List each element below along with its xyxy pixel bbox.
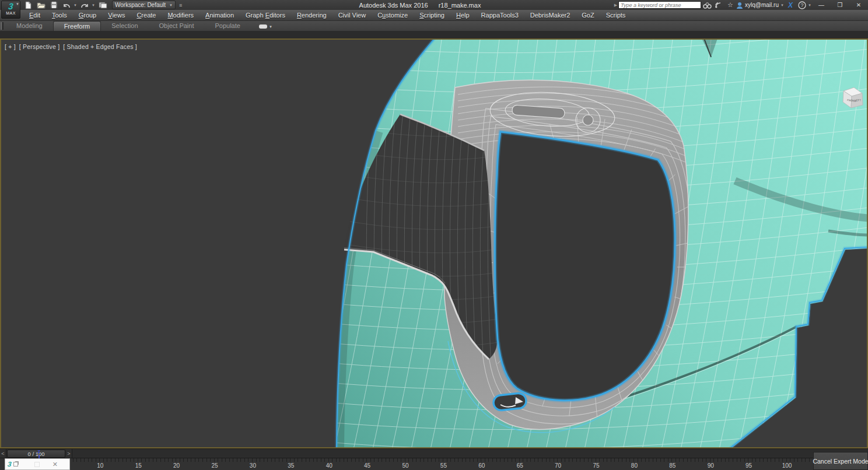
ribbon-tab-strip: ModelingFreeformSelectionObject PaintPop… bbox=[0, 21, 868, 31]
app-menu-button[interactable]: 3 MAX ▼ bbox=[1, 1, 20, 19]
next-frame-button[interactable]: > bbox=[66, 449, 72, 458]
time-slider-row: < 0 / 100 > bbox=[0, 448, 868, 458]
chevron-down-icon: ▼ bbox=[780, 3, 785, 7]
redo-arrow-icon bbox=[80, 2, 89, 9]
ribbon-tab[interactable]: Modeling bbox=[6, 21, 53, 31]
chevron-down-icon: ▼ bbox=[16, 2, 19, 6]
workspace-selector[interactable]: Workspace: Default ▼ bbox=[112, 1, 176, 9]
undo-dropdown[interactable]: ▼ bbox=[74, 3, 78, 7]
previous-frame-button[interactable]: < bbox=[0, 449, 6, 458]
minimize-button[interactable]: — bbox=[812, 0, 831, 10]
menu-item[interactable]: Scripts bbox=[600, 10, 632, 21]
ribbon-collapsed-strip bbox=[0, 31, 868, 38]
menu-item[interactable]: Group bbox=[73, 10, 103, 21]
svg-text:?: ? bbox=[800, 2, 803, 8]
menu-item[interactable]: Create bbox=[131, 10, 162, 21]
ruler-frame-number: 15 bbox=[135, 462, 142, 469]
exchange-apps-button[interactable]: X bbox=[785, 1, 796, 9]
user-icon bbox=[736, 2, 743, 9]
menu-item[interactable]: Customize bbox=[372, 10, 414, 21]
project-folder-icon bbox=[99, 1, 107, 9]
redo-dropdown[interactable]: ▼ bbox=[92, 3, 96, 7]
menu-item[interactable]: Civil View bbox=[332, 10, 372, 21]
close-button[interactable]: ✕ bbox=[849, 0, 868, 10]
menu-item[interactable]: DebrisMaker2 bbox=[524, 10, 576, 21]
title-bar: 3 MAX ▼ ▼ ▼ Workspace: Default ▼ ≡ Autod… bbox=[0, 0, 868, 10]
help-button[interactable]: ? bbox=[796, 1, 808, 9]
viewport-menu-pov[interactable]: [ Perspective ] bbox=[19, 43, 60, 50]
favorites-button[interactable]: ☆ bbox=[724, 1, 736, 9]
ribbon-minimize-button[interactable]: ▼ bbox=[259, 24, 272, 31]
ruler-frame-number: 90 bbox=[708, 462, 714, 469]
satellite-dish-icon bbox=[715, 2, 723, 9]
maximize-button[interactable]: ❒ bbox=[831, 0, 849, 10]
ruler-frame-number: 20 bbox=[173, 462, 180, 469]
ruler-frame-number: 40 bbox=[326, 462, 332, 469]
exchange-x-icon: X bbox=[788, 1, 793, 9]
app-logo-label: MAX bbox=[2, 11, 20, 16]
minimized-window-titlebar[interactable]: 3 ✕ bbox=[5, 458, 70, 470]
menu-item[interactable]: RappaTools3 bbox=[475, 10, 524, 21]
ruler-frame-number: 35 bbox=[288, 462, 294, 469]
restore-window-icon[interactable] bbox=[13, 462, 18, 467]
account-menu[interactable]: xylq@mail.ru ▼ bbox=[736, 2, 785, 9]
close-window-icon[interactable]: ✕ bbox=[52, 461, 58, 468]
workspace-label: Workspace: Default bbox=[115, 2, 166, 8]
open-file-button[interactable] bbox=[35, 1, 47, 9]
help-icon: ? bbox=[798, 1, 806, 9]
cancel-expert-mode-button[interactable]: Cancel Expert Mode bbox=[813, 452, 868, 470]
menu-bar: EditToolsGroupViewsCreateModifiersAnimat… bbox=[0, 10, 868, 21]
maximize-window-icon[interactable] bbox=[34, 462, 40, 467]
chevron-down-icon: ▼ bbox=[169, 3, 173, 7]
viewport-menu-general[interactable]: [ + ] bbox=[5, 43, 16, 50]
ruler-frame-number: 50 bbox=[402, 462, 408, 469]
ruler-frame-number: 55 bbox=[440, 462, 447, 469]
communication-center-button[interactable] bbox=[713, 1, 724, 9]
ribbon-tab[interactable]: Freeform bbox=[53, 21, 102, 31]
new-scene-button[interactable] bbox=[22, 1, 34, 9]
project-folder-button[interactable] bbox=[97, 1, 108, 9]
menu-item[interactable]: Rendering bbox=[291, 10, 332, 21]
redo-button[interactable] bbox=[79, 1, 90, 9]
search-collapse-icon[interactable]: ▶ bbox=[614, 3, 617, 8]
ruler-frame-number: 30 bbox=[250, 462, 256, 469]
ribbon-tab[interactable]: Selection bbox=[101, 21, 148, 31]
ruler-frame-number: 45 bbox=[364, 462, 370, 469]
ruler-frame-number: 25 bbox=[211, 462, 218, 469]
search-input[interactable] bbox=[618, 1, 701, 9]
app-title: Autodesk 3ds Max 2016 bbox=[359, 2, 428, 9]
help-dropdown[interactable]: ▼ bbox=[808, 3, 812, 7]
document-name: r18_make.max bbox=[439, 2, 481, 9]
ribbon-tab[interactable]: Object Paint bbox=[149, 21, 205, 31]
menu-item[interactable]: Graph Editors bbox=[240, 10, 291, 21]
undo-button[interactable] bbox=[61, 1, 72, 9]
save-file-button[interactable] bbox=[48, 1, 60, 9]
menu-item[interactable]: Scripting bbox=[414, 10, 450, 21]
menu-item[interactable]: GoZ bbox=[576, 10, 600, 21]
menu-item[interactable]: Modifiers bbox=[162, 10, 200, 21]
ruler-frame-number: 10 bbox=[97, 462, 103, 469]
viewport-canvas[interactable] bbox=[1, 40, 867, 447]
viewcube[interactable]: FRONT LEFT bbox=[839, 84, 867, 112]
menu-item[interactable]: Tools bbox=[46, 10, 73, 21]
ruler-frame-number: 80 bbox=[631, 462, 638, 469]
menu-item[interactable]: Help bbox=[450, 10, 475, 21]
search-button[interactable] bbox=[701, 1, 713, 9]
ribbon-tab[interactable]: Populate bbox=[204, 21, 250, 31]
rim-slot bbox=[493, 392, 527, 411]
menu-item[interactable]: Edit bbox=[23, 10, 46, 21]
viewcube-side-label: LEFT bbox=[855, 99, 862, 102]
viewport-menu-shading[interactable]: [ Shaded + Edged Faces ] bbox=[63, 43, 137, 50]
ruler-frame-number: 85 bbox=[669, 462, 676, 469]
track-bar-ruler[interactable]: 101520253035404550556065707580859095100 bbox=[0, 458, 868, 470]
toolbar-overflow-button[interactable]: ≡ bbox=[179, 2, 182, 8]
menu-item[interactable]: Views bbox=[102, 10, 131, 21]
ruler-frame-number: 95 bbox=[746, 462, 752, 469]
menu-item[interactable]: Animation bbox=[200, 10, 240, 21]
toolbar-grip[interactable] bbox=[1, 22, 4, 30]
help-search: ▶ bbox=[614, 1, 701, 9]
perspective-viewport[interactable]: [ + ] [ Perspective ] [ Shaded + Edged F… bbox=[0, 38, 868, 448]
viewport-label: [ + ] [ Perspective ] [ Shaded + Edged F… bbox=[5, 43, 137, 50]
ruler-frame-number: 70 bbox=[555, 462, 561, 469]
save-floppy-icon bbox=[50, 1, 58, 9]
